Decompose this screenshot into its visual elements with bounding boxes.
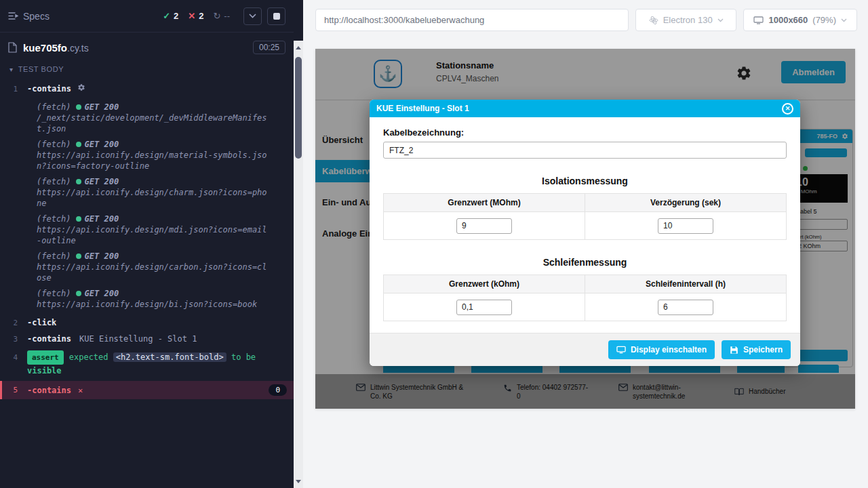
fetch-status: GET 200 [76, 251, 119, 262]
assert-message: assertexpected <h2.text-sm.font-bold> to… [27, 350, 264, 378]
fetch-log-entry[interactable]: (fetch)GET 200 https://api.iconify.desig… [37, 176, 294, 209]
check-icon: ✓ [163, 11, 170, 21]
command-contains-1[interactable]: 1 -contains [0, 80, 294, 97]
fetch-tag: (fetch) [37, 139, 71, 150]
col-grenzwert-kohm: Grenzwert (kOhm) [384, 275, 585, 293]
cable-name-label: Kabelbezeichnung: [383, 127, 787, 138]
test-body-toggle[interactable]: ▾ TEST BODY [0, 60, 294, 77]
viewport-size: 1000x660 [768, 15, 808, 25]
save-label: Speichern [743, 345, 783, 354]
command-contains-failed[interactable]: 5 -contains ✕ 0 [0, 381, 294, 399]
fetch-url: https://api.iconify.design/material-symb… [37, 150, 267, 171]
command-name: -contains [27, 334, 71, 344]
stat-pending[interactable]: ↻-- [213, 11, 230, 21]
loop-grenzwert-input[interactable] [456, 300, 512, 315]
electron-icon [649, 16, 658, 25]
fetch-status-text: GET 200 [85, 176, 119, 187]
command-assert[interactable]: 4 assertexpected <h2.text-sm.font-bold> … [0, 347, 294, 381]
reporter-scrollbar[interactable] [294, 41, 303, 488]
cell-intervall [585, 293, 787, 321]
command-name: -click [27, 318, 56, 327]
table-value-row [384, 293, 787, 321]
status-dot-icon [76, 179, 81, 184]
spec-timer: 00:25 [253, 41, 285, 54]
fetch-log-entry[interactable]: (fetch)GET 200 https://api.iconify.desig… [37, 139, 294, 171]
assert-text: expected [69, 352, 108, 362]
display-on-button[interactable]: Display einschalten [608, 340, 715, 359]
iso-grenzwert-input[interactable] [456, 218, 512, 234]
collapse-button[interactable] [243, 7, 262, 25]
cell-verzoegerung [585, 212, 787, 240]
cable-name-input[interactable] [383, 142, 787, 159]
fetch-status-text: GET 200 [85, 288, 119, 299]
refresh-icon: ↻ [213, 11, 220, 21]
fetch-log-entry[interactable]: (fetch)GET 200 https://api.iconify.desig… [37, 214, 294, 246]
cypress-reporter: Specs ✓2 ✕2 ↻-- kue705fo.cy.ts 00:25 ▾ T… [0, 0, 303, 488]
browser-label: Electron 130 [663, 15, 713, 25]
scroll-down-arrow[interactable] [294, 476, 303, 487]
isolation-table: Grenzwert (MOhm) Verzögerung (sek) [383, 193, 787, 240]
triangle-down-icon [296, 480, 301, 483]
chevron-down-icon [249, 14, 256, 18]
stop-button[interactable] [267, 7, 285, 25]
command-click[interactable]: 2 -click [0, 314, 294, 331]
command-log: 1 -contains (fetch)GET 200 /_next/static… [0, 77, 294, 399]
fetch-log-entry[interactable]: (fetch)GET 200 /_next/static/development… [37, 102, 294, 134]
scrollbar-thumb[interactable] [295, 57, 302, 159]
fetch-url: https://api.iconify.design/mdi.json?icon… [37, 224, 267, 246]
fetch-tag: (fetch) [37, 102, 71, 113]
passed-count: 2 [174, 11, 178, 21]
fetch-url: https://api.iconify.design/carbon.json?i… [37, 262, 267, 283]
loop-heading: Schleifenmessung [383, 257, 787, 268]
aut-iframe: ⚓ Stationsname CPLV4_Maschen Abmelden Üb… [315, 49, 855, 409]
fetch-tag: (fetch) [37, 176, 71, 187]
url-input[interactable]: http://localhost:3000/kabelueberwachung [315, 9, 629, 31]
save-button[interactable]: Speichern [722, 340, 791, 359]
browser-select[interactable]: Electron 130 [635, 9, 737, 31]
stat-passed[interactable]: ✓2 [163, 11, 178, 21]
status-dot-icon [76, 216, 81, 222]
table-header-row: Grenzwert (kOhm) Schleifenintervall (h) [384, 275, 787, 293]
assert-selector: <h2.text-sm.font-bold> [113, 352, 226, 362]
test-stats: ✓2 ✕2 ↻-- [163, 11, 230, 21]
command-number: 5 [2, 386, 27, 394]
test-body-label: TEST BODY [18, 65, 64, 73]
fetch-status: GET 200 [76, 102, 119, 113]
col-schleifenintervall: Schleifenintervall (h) [585, 275, 787, 293]
viewport-select[interactable]: 1000x660 (79%) [743, 9, 857, 31]
stat-failed[interactable]: ✕2 [188, 11, 203, 21]
loop-intervall-input[interactable] [658, 300, 713, 315]
scroll-up-arrow[interactable] [294, 42, 303, 53]
assert-text: to be [231, 352, 256, 362]
floppy-icon [730, 346, 738, 354]
iso-verzoegerung-input[interactable] [658, 218, 713, 234]
modal-close-button[interactable]: ✕ [782, 103, 793, 115]
fetch-status-text: GET 200 [85, 251, 119, 262]
isolation-heading: Isolationsmessung [383, 176, 787, 186]
assert-text-bold: visible [27, 366, 62, 375]
reporter-header: Specs ✓2 ✕2 ↻-- [0, 0, 294, 33]
command-contains-2[interactable]: 3 -contains KUE Einstellung - Slot 1 [0, 331, 294, 347]
retry-count-badge: 0 [269, 384, 287, 396]
status-dot-icon [76, 104, 81, 110]
cross-icon: ✕ [188, 11, 195, 21]
specs-button[interactable]: Specs [8, 11, 50, 22]
reporter-controls [243, 7, 285, 25]
fetch-status: GET 200 [76, 214, 119, 224]
file-icon [8, 42, 17, 53]
specs-label: Specs [23, 11, 50, 22]
spec-row: kue705fo.cy.ts 00:25 [0, 33, 294, 60]
fetch-status-text: GET 200 [85, 102, 119, 113]
fetch-log-entry[interactable]: (fetch)GET 200 https://api.iconify.desig… [37, 251, 294, 283]
fetch-log-entry[interactable]: (fetch)GET 200 https://api.iconify.desig… [37, 288, 294, 310]
display-icon [616, 346, 626, 354]
aut-panel: http://localhost:3000/kabelueberwachung … [303, 0, 868, 488]
modal-footer: Display einschalten Speichern [370, 333, 800, 366]
modal-body: Kabelbezeichnung: Isolationsmessung Gren… [370, 117, 800, 321]
triangle-up-icon [296, 46, 301, 49]
col-verzoegerung: Verzögerung (sek) [585, 194, 787, 212]
command-number: 2 [0, 319, 27, 327]
viewport-zoom: (79%) [812, 15, 836, 25]
spec-name[interactable]: kue705fo.cy.ts [23, 42, 89, 54]
fetch-status-text: GET 200 [85, 139, 119, 150]
